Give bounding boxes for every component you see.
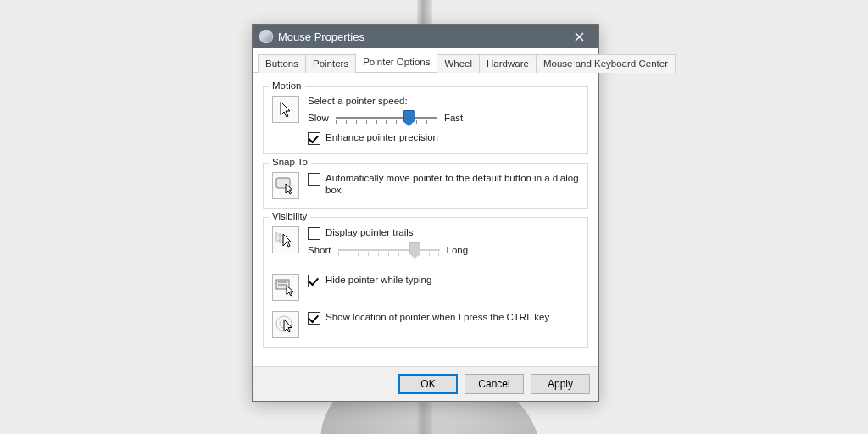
enhance-precision-checkbox[interactable]: Enhance pointer precision <box>308 131 579 145</box>
slow-label: Slow <box>308 113 329 123</box>
tab-buttons[interactable]: Buttons <box>258 54 306 73</box>
pointer-speed-slider[interactable]: Slow Fast <box>308 109 579 126</box>
ctrl-locate-checkbox[interactable]: Show location of pointer when I press th… <box>308 311 579 325</box>
ok-button[interactable]: OK <box>398 374 458 394</box>
slider-thumb[interactable] <box>403 110 415 126</box>
group-motion: Motion Select a pointer speed: Slow <box>263 86 588 154</box>
cursor-icon <box>272 96 299 123</box>
hide-typing-checkbox[interactable]: Hide pointer while typing <box>308 274 579 287</box>
fast-label: Fast <box>444 113 463 123</box>
tab-panel-pointer-options: Motion Select a pointer speed: Slow <box>253 73 598 367</box>
ctrl-locate-label: Show location of pointer when I press th… <box>326 311 549 323</box>
slider-thumb <box>409 242 420 259</box>
pointer-trails-icon <box>272 226 299 253</box>
group-visibility: Visibility <box>263 217 588 348</box>
titlebar[interactable]: Mouse Properties <box>253 25 598 48</box>
apply-button[interactable]: Apply <box>531 374 590 394</box>
hide-typing-label: Hide pointer while typing <box>326 274 431 286</box>
tab-pointer-options[interactable]: Pointer Options <box>355 53 437 72</box>
group-snap-to: Snap To Automatically move pointer to th… <box>263 163 588 209</box>
snap-to-label: Automatically move pointer to the defaul… <box>326 172 579 196</box>
tab-strip: ButtonsPointersPointer OptionsWheelHardw… <box>253 48 598 73</box>
tab-pointers[interactable]: Pointers <box>305 54 356 73</box>
tab-wheel[interactable]: Wheel <box>437 54 480 73</box>
pointer-trails-checkbox[interactable]: Display pointer trails <box>308 226 579 240</box>
pointer-trails-label: Display pointer trails <box>326 226 414 238</box>
mouse-icon <box>259 30 273 43</box>
pointer-speed-label: Select a pointer speed: <box>308 96 579 106</box>
dialog-button-bar: OK Cancel Apply <box>253 366 598 401</box>
snap-to-checkbox[interactable]: Automatically move pointer to the defaul… <box>308 172 579 196</box>
window-title: Mouse Properties <box>278 31 565 43</box>
short-label: Short <box>308 245 331 255</box>
trails-length-slider: Short Long <box>308 242 579 259</box>
group-legend: Snap To <box>269 157 311 167</box>
group-legend: Visibility <box>269 211 310 221</box>
close-icon[interactable] <box>565 27 593 46</box>
ctrl-locate-icon <box>272 311 299 338</box>
group-legend: Motion <box>269 81 305 91</box>
mouse-properties-dialog: Mouse Properties ButtonsPointersPointer … <box>252 24 599 402</box>
enhance-precision-label: Enhance pointer precision <box>326 131 438 143</box>
snap-to-icon <box>272 172 299 199</box>
cancel-button[interactable]: Cancel <box>465 374 524 394</box>
tab-mouse-and-keyboard-center[interactable]: Mouse and Keyboard Center <box>536 54 676 73</box>
hide-typing-icon <box>272 274 299 301</box>
long-label: Long <box>447 245 469 255</box>
tab-hardware[interactable]: Hardware <box>479 54 537 73</box>
